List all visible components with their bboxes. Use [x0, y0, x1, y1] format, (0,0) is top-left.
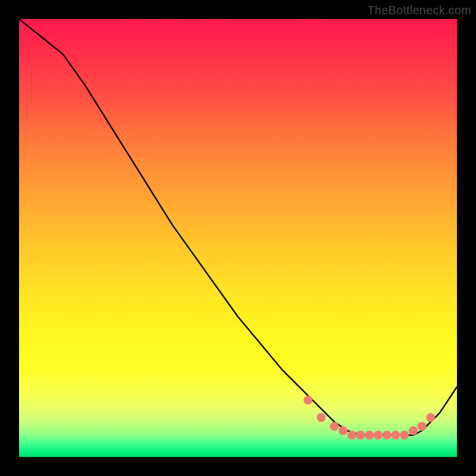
marker-dot	[330, 422, 339, 431]
marker-dot	[374, 431, 383, 440]
marker-dot	[365, 431, 374, 440]
marker-dot	[409, 426, 418, 435]
chart-svg	[19, 19, 457, 457]
marker-dot	[392, 431, 400, 440]
marker-dot	[356, 431, 365, 440]
marker-dot	[303, 396, 312, 405]
attribution-text: TheBottleneck.com	[367, 4, 471, 17]
marker-dot	[347, 431, 356, 440]
plot-area	[19, 19, 457, 457]
outer-frame: TheBottleneck.com	[0, 0, 476, 476]
marker-dot	[418, 422, 427, 431]
marker-group	[303, 396, 435, 440]
curve-line	[19, 19, 457, 435]
marker-dot	[317, 413, 325, 422]
marker-dot	[400, 431, 409, 440]
marker-dot	[426, 413, 435, 422]
marker-dot	[383, 431, 392, 440]
marker-dot	[339, 426, 347, 435]
